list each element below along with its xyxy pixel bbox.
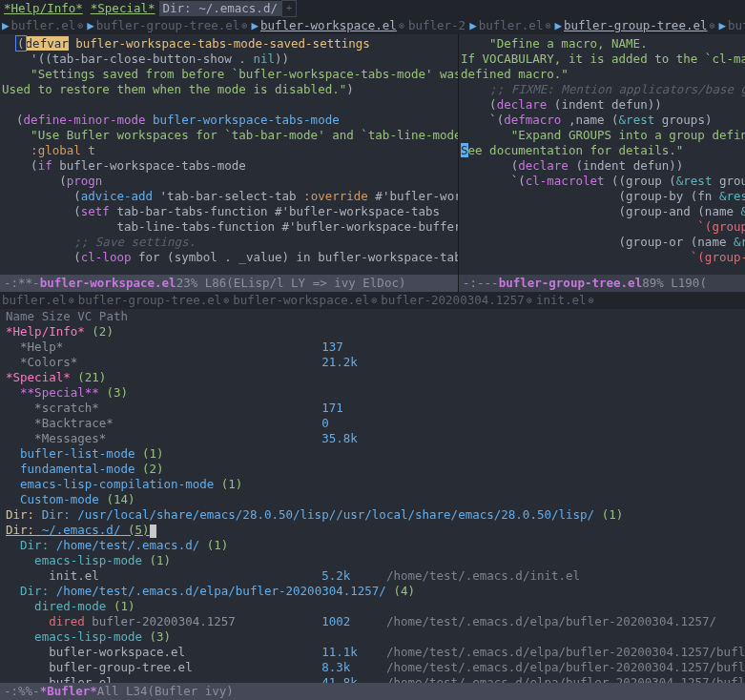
close-icon[interactable]: ⊗: [527, 293, 532, 308]
list-item[interactable]: bufler-workspace.el 11.1k /home/test/.em…: [6, 645, 739, 660]
group-elisp-mode-2[interactable]: emacs-lisp-mode (3): [6, 629, 739, 645]
left-code-pane[interactable]: (defvar bufler-workspace-tabs-mode-saved…: [0, 34, 458, 275]
group-dir-home-test[interactable]: Dir: /home/test/.emacs.d/ (1)Dir: /home/…: [6, 538, 739, 553]
group-bufler-list[interactable]: bufler-list-mode (1): [6, 446, 739, 462]
list-item[interactable]: *Messages* 35.8k: [6, 431, 739, 446]
bufler-tab-1[interactable]: bufler.el⊗: [0, 293, 76, 308]
modeline-position: All L34: [97, 684, 148, 699]
list-item[interactable]: init.el 5.2k /home/test/.emacs.d/init.el: [6, 568, 739, 584]
list-item[interactable]: *scratch* 171: [6, 401, 739, 416]
modeline-row: -:**- bufler-workspace.el 23% L86 (ELisp…: [0, 275, 745, 292]
file-tab-group-tree-r[interactable]: ▶bufler-group-tree.el⊗: [552, 18, 716, 33]
modeline-position: 23% L86: [176, 276, 227, 291]
right-code-pane[interactable]: "Define a macro, NAME. If VOCABULARY, it…: [458, 34, 745, 275]
list-item[interactable]: *Backtrace* 0: [6, 416, 739, 431]
continuation-mark: S: [461, 143, 468, 157]
file-tab-bufler[interactable]: ▶bufler.el⊗: [0, 18, 85, 33]
modeline-file: *Bufler*: [40, 684, 97, 699]
bufler-panel[interactable]: Name Size VC Path *Help/Info* (2) *Help*…: [0, 309, 745, 690]
tab-special[interactable]: *Special*: [87, 1, 159, 16]
close-icon[interactable]: ⊗: [241, 18, 247, 33]
list-item[interactable]: bufler-group-tree.el 8.3k /home/test/.em…: [6, 660, 739, 675]
bufler-header: Name Size VC Path: [6, 309, 739, 324]
close-icon[interactable]: ⊗: [399, 18, 404, 33]
group-special-sub[interactable]: **Special** (3): [6, 385, 739, 401]
modeline-mode: (Bufler ivy): [148, 684, 234, 699]
list-item[interactable]: dired bufler-20200304.1257 1002 /home/te…: [6, 614, 739, 629]
close-icon[interactable]: ⊗: [69, 293, 74, 308]
modeline-file: bufler-group-tree.el: [499, 276, 643, 291]
group-fundamental[interactable]: fundamental-mode (2): [6, 462, 739, 477]
group-help-info[interactable]: *Help/Info* (2): [6, 324, 739, 340]
close-icon[interactable]: ⊗: [710, 18, 715, 33]
modeline-right[interactable]: -:--- bufler-group-tree.el 89% L190 (: [458, 275, 745, 292]
file-tab-bufler2[interactable]: bufler-20200304.1257bufler-2: [406, 18, 467, 33]
bufler-tab-2[interactable]: bufler-group-tree.el⊗: [76, 293, 232, 308]
modeline-position: 89% L190: [642, 276, 699, 291]
file-tab-bufler-r1[interactable]: ▶bufler.el⊗: [467, 18, 552, 33]
bufler-tab-bar: bufler.el⊗ bufler-group-tree.el⊗ bufler-…: [0, 292, 745, 309]
bottom-modeline[interactable]: -:%%- *Bufler* All L34 (Bufler ivy): [0, 683, 745, 700]
close-icon[interactable]: ⊗: [371, 293, 377, 308]
group-elisp-mode-1[interactable]: emacs-lisp-mode (1): [6, 553, 739, 568]
close-icon[interactable]: ⊗: [589, 293, 594, 308]
bufler-tab-4[interactable]: bufler-20200304.1257⊗: [379, 293, 534, 308]
bufler-tab-5[interactable]: init.el⊗: [534, 293, 596, 308]
modeline-mode: (ELisp/l LY => ivy ElDoc): [226, 276, 405, 291]
close-icon[interactable]: ⊗: [77, 18, 83, 33]
list-item[interactable]: *Colors* 21.2k: [6, 355, 739, 370]
close-icon[interactable]: ⊗: [223, 293, 229, 308]
top-tab-bar: *Help/Info* *Special* Dir: ~/.emacs.d/ +: [0, 0, 745, 17]
code-panes: (defvar bufler-workspace-tabs-mode-saved…: [0, 34, 745, 275]
file-tab-workspace[interactable]: ▶bufler-workspace.el⊗: [249, 18, 406, 33]
group-dir-usr-local[interactable]: Dir: Dir: /usr/local/share/emacs/28.0.50…: [6, 507, 739, 523]
list-item[interactable]: *Help* 137: [6, 340, 739, 355]
close-icon[interactable]: ⊗: [545, 18, 550, 33]
modeline-mode: (: [699, 276, 707, 291]
group-custom[interactable]: Custom-mode (14): [6, 492, 739, 507]
file-tab-bufle-r[interactable]: ▶bufle: [717, 18, 745, 33]
file-tab-group-tree[interactable]: ▶bufler-group-tree.el⊗: [85, 18, 249, 33]
tab-add-button[interactable]: +: [281, 0, 297, 17]
cursor: [150, 525, 156, 538]
modeline-left[interactable]: -:**- bufler-workspace.el 23% L86 (ELisp…: [0, 275, 458, 292]
tab-dir-emacsd[interactable]: Dir: ~/.emacs.d/: [159, 1, 281, 16]
tab-help-info[interactable]: *Help/Info*: [0, 1, 87, 16]
modeline-file: bufler-workspace.el: [40, 276, 176, 291]
file-tab-bar-top: ▶bufler.el⊗ ▶bufler-group-tree.el⊗ ▶bufl…: [0, 17, 745, 34]
group-dir-elpa[interactable]: Dir: /home/test/.emacs.d/elpa/bufler-202…: [6, 584, 739, 599]
group-elisp-comp[interactable]: emacs-lisp-compilation-mode (1): [6, 477, 739, 492]
group-dir-emacsd[interactable]: Dir: ~/.emacs.d/ (5)Dir: ~/.emacs.d/: [6, 523, 739, 538]
bufler-tab-3[interactable]: bufler-workspace.el⊗: [231, 293, 379, 308]
group-dired-mode[interactable]: dired-mode (1): [6, 599, 739, 614]
group-special[interactable]: *Special* (21): [6, 370, 739, 385]
